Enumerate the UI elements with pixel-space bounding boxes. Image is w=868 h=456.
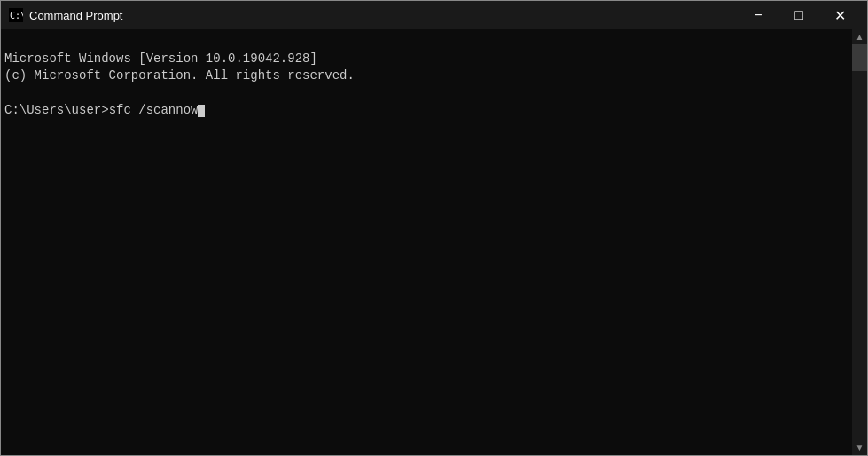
scrollbar[interactable]: ▲ ▼ bbox=[852, 29, 867, 455]
copyright-line: (c) Microsoft Corporation. All rights re… bbox=[4, 68, 355, 83]
console-output: Microsoft Windows [Version 10.0.19042.92… bbox=[4, 33, 864, 138]
cursor bbox=[198, 105, 205, 117]
prompt-gt: > bbox=[101, 103, 108, 117]
console-area[interactable]: Microsoft Windows [Version 10.0.19042.92… bbox=[1, 29, 867, 455]
svg-text:C:\: C:\ bbox=[10, 11, 23, 20]
command-prompt-window: C:\ Command Prompt − □ ✕ Microsoft Windo… bbox=[0, 0, 868, 456]
version-line: Microsoft Windows [Version 10.0.19042.92… bbox=[4, 51, 317, 66]
scroll-up-arrow[interactable]: ▲ bbox=[852, 29, 867, 44]
maximize-button[interactable]: □ bbox=[778, 1, 819, 29]
scroll-down-arrow[interactable]: ▼ bbox=[852, 440, 867, 455]
minimize-button[interactable]: − bbox=[738, 1, 778, 29]
close-button[interactable]: ✕ bbox=[819, 1, 860, 29]
prompt-path: C:\Users\user bbox=[4, 103, 101, 117]
cmd-icon: C:\ bbox=[8, 7, 24, 23]
title-bar: C:\ Command Prompt − □ ✕ bbox=[1, 1, 867, 29]
window-controls: − □ ✕ bbox=[738, 1, 860, 29]
prompt-line: C:\Users\user>sfc /scannow bbox=[4, 103, 205, 117]
window-title: Command Prompt bbox=[29, 9, 738, 22]
scrollbar-thumb[interactable] bbox=[852, 44, 867, 71]
current-command: sfc /scannow bbox=[109, 103, 199, 117]
